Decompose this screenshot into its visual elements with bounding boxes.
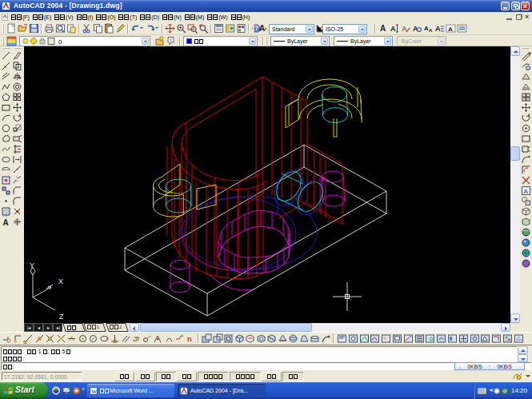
svg-text:Z: Z bbox=[59, 313, 64, 321]
svg-text:A: A bbox=[380, 24, 386, 33]
svg-text:W: W bbox=[91, 388, 97, 393]
svg-text:0: 0 bbox=[58, 38, 62, 46]
svg-text:n: n bbox=[187, 335, 192, 343]
svg-text:A: A bbox=[435, 25, 441, 33]
svg-text:X: X bbox=[58, 277, 63, 285]
svg-text:A: A bbox=[390, 25, 396, 33]
svg-text:Y: Y bbox=[30, 261, 34, 269]
svg-text:A: A bbox=[429, 28, 433, 33]
svg-text:A: A bbox=[3, 218, 9, 227]
svg-text:A: A bbox=[524, 188, 529, 195]
svg-text:A: A bbox=[448, 26, 453, 33]
svg-text:A: A bbox=[259, 24, 265, 33]
